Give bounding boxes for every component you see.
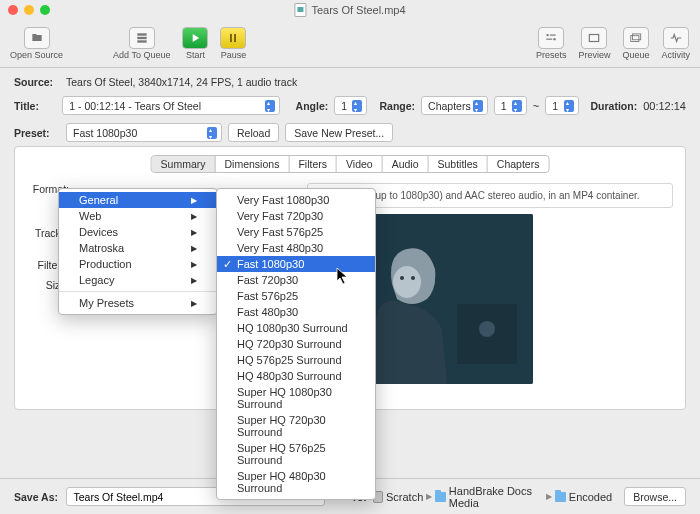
preset-item-label: HQ 1080p30 Surround xyxy=(237,322,348,334)
preview-button[interactable]: Preview xyxy=(578,27,610,60)
reload-label: Reload xyxy=(237,127,270,139)
menu-item-general[interactable]: General▶ xyxy=(59,192,217,208)
preset-label: Preset: xyxy=(14,127,60,139)
crumb-label: Scratch xyxy=(386,491,423,503)
preset-item-label: Very Fast 480p30 xyxy=(237,242,323,254)
preset-item[interactable]: ✓Fast 1080p30 xyxy=(217,256,375,272)
play-icon xyxy=(182,27,208,49)
preset-item[interactable]: HQ 480p30 Surround xyxy=(217,368,375,384)
tab-chapters[interactable]: Chapters xyxy=(488,156,549,172)
preset-item-label: Very Fast 576p25 xyxy=(237,226,323,238)
menu-item-legacy[interactable]: Legacy▶ xyxy=(59,272,217,288)
angle-select[interactable]: 1 xyxy=(334,96,367,115)
range-sep: ~ xyxy=(533,100,539,112)
preset-item[interactable]: Fast 720p30 xyxy=(217,272,375,288)
tab-summary[interactable]: Summary xyxy=(152,156,216,172)
save-new-label: Save New Preset... xyxy=(294,127,384,139)
tab-subtitles[interactable]: Subtitles xyxy=(429,156,488,172)
browse-label: Browse... xyxy=(633,491,677,503)
close-icon[interactable] xyxy=(8,5,18,15)
window-title: Tears Of Steel.mp4 xyxy=(294,3,405,17)
reload-button[interactable]: Reload xyxy=(228,123,279,142)
chevron-right-icon: ▶ xyxy=(191,228,197,237)
svg-rect-3 xyxy=(231,34,233,42)
svg-point-14 xyxy=(393,266,421,298)
titlebar: Tears Of Steel.mp4 xyxy=(0,0,700,20)
preset-item[interactable]: Super HQ 720p30 Surround xyxy=(217,412,375,440)
document-icon xyxy=(294,3,306,17)
window: Tears Of Steel.mp4 Open Source Add To Qu… xyxy=(0,0,700,514)
chevron-right-icon: ▶ xyxy=(546,492,552,501)
preset-item[interactable]: Very Fast 720p30 xyxy=(217,208,375,224)
menu-item-web[interactable]: Web▶ xyxy=(59,208,217,224)
preset-item-label: Very Fast 720p30 xyxy=(237,210,323,222)
preset-item[interactable]: HQ 576p25 Surround xyxy=(217,352,375,368)
preset-item[interactable]: HQ 1080p30 Surround xyxy=(217,320,375,336)
menu-label: Production xyxy=(79,258,132,270)
range-from-select[interactable]: 1 xyxy=(494,96,527,115)
presets-button[interactable]: Presets xyxy=(536,27,567,60)
menu-item-matroska[interactable]: Matroska▶ xyxy=(59,240,217,256)
preset-item[interactable]: Super HQ 480p30 Surround xyxy=(217,468,375,496)
chevron-right-icon: ▶ xyxy=(426,492,432,501)
zoom-icon[interactable] xyxy=(40,5,50,15)
preset-item[interactable]: Very Fast 576p25 xyxy=(217,224,375,240)
activity-label: Activity xyxy=(661,50,690,60)
svg-rect-6 xyxy=(550,35,556,36)
menu-item-my-presets[interactable]: My Presets▶ xyxy=(59,295,217,311)
preset-item-label: Fast 576p25 xyxy=(237,290,298,302)
minimize-icon[interactable] xyxy=(24,5,34,15)
chevron-right-icon: ▶ xyxy=(191,299,197,308)
chevron-updown-icon xyxy=(475,102,481,110)
preview-icon xyxy=(581,27,607,49)
content: Source: Tears Of Steel, 3840x1714, 24 FP… xyxy=(0,68,700,514)
menu-item-production[interactable]: Production▶ xyxy=(59,256,217,272)
preset-item-label: Very Fast 1080p30 xyxy=(237,194,329,206)
queue-button[interactable]: Queue xyxy=(622,27,649,60)
add-to-queue-button[interactable]: Add To Queue xyxy=(113,27,170,60)
preset-item[interactable]: Fast 576p25 xyxy=(217,288,375,304)
tab-filters[interactable]: Filters xyxy=(289,156,337,172)
menu-item-devices[interactable]: Devices▶ xyxy=(59,224,217,240)
preset-item[interactable]: Super HQ 576p25 Surround xyxy=(217,440,375,468)
pause-icon xyxy=(220,27,246,49)
range-type-select[interactable]: Chapters xyxy=(421,96,488,115)
preset-item[interactable]: HQ 720p30 Surround xyxy=(217,336,375,352)
range-to-select[interactable]: 1 xyxy=(545,96,578,115)
pause-button[interactable]: Pause xyxy=(220,27,246,60)
duration-value: 00:12:14 xyxy=(643,100,686,112)
title-row: Title: 1 - 00:12:14 - Tears Of Steel Ang… xyxy=(14,96,686,115)
activity-button[interactable]: Activity xyxy=(661,27,690,60)
destination-crumb[interactable]: Scratch ▶ HandBrake Docs Media ▶ Encoded xyxy=(373,485,612,509)
svg-point-7 xyxy=(554,38,556,40)
chevron-right-icon: ▶ xyxy=(191,260,197,269)
folder-icon xyxy=(435,492,446,502)
save-new-preset-button[interactable]: Save New Preset... xyxy=(285,123,393,142)
preset-item-label: HQ 480p30 Surround xyxy=(237,370,342,382)
tab-audio[interactable]: Audio xyxy=(383,156,429,172)
preset-select[interactable]: Fast 1080p30 xyxy=(66,123,222,142)
preset-item-label: HQ 576p25 Surround xyxy=(237,354,342,366)
tab-dimensions[interactable]: Dimensions xyxy=(216,156,290,172)
preset-item[interactable]: Very Fast 1080p30 xyxy=(217,192,375,208)
svg-rect-4 xyxy=(235,34,237,42)
tab-video[interactable]: Video xyxy=(337,156,383,172)
range-to-value: 1 xyxy=(552,100,558,112)
svg-rect-11 xyxy=(632,34,640,40)
open-source-button[interactable]: Open Source xyxy=(10,27,63,60)
angle-label: Angle: xyxy=(296,100,329,112)
start-button[interactable]: Start xyxy=(182,27,208,60)
svg-rect-2 xyxy=(137,40,146,42)
title-value: 1 - 00:12:14 - Tears Of Steel xyxy=(69,100,201,112)
preset-item[interactable]: Super HQ 1080p30 Surround xyxy=(217,384,375,412)
preset-item[interactable]: Fast 480p30 xyxy=(217,304,375,320)
preset-item[interactable]: Very Fast 480p30 xyxy=(217,240,375,256)
svg-point-15 xyxy=(400,276,404,280)
browse-button[interactable]: Browse... xyxy=(624,487,686,506)
title-select[interactable]: 1 - 00:12:14 - Tears Of Steel xyxy=(62,96,279,115)
menu-label: Web xyxy=(79,210,101,222)
menu-label: Matroska xyxy=(79,242,124,254)
svg-point-18 xyxy=(479,321,495,337)
svg-rect-1 xyxy=(137,37,146,39)
toolbar: Open Source Add To Queue Start Pause Pre… xyxy=(0,20,700,68)
